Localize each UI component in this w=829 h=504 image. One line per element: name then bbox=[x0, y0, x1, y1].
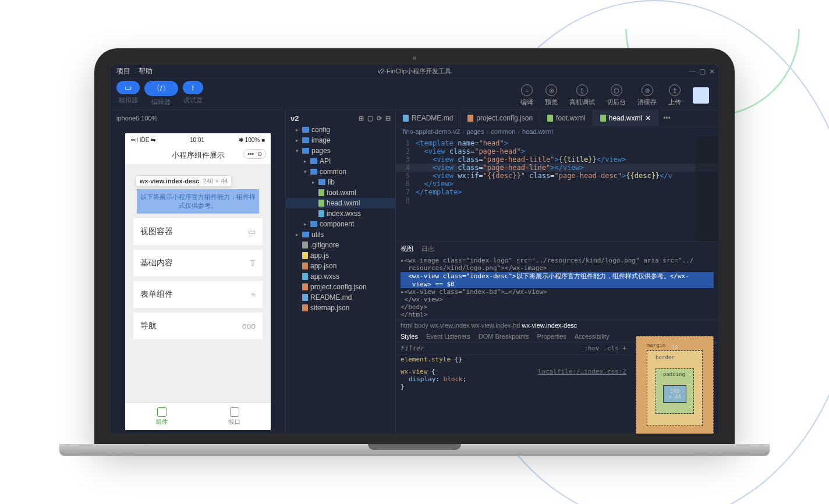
devtools-panel: 视图 日志 ▸<wx-image class="index-logo" src=… bbox=[396, 242, 718, 434]
status-time: 10:01 bbox=[190, 137, 204, 143]
close-tab-icon[interactable]: ✕ bbox=[645, 114, 651, 122]
maximize-icon[interactable]: ▢ bbox=[699, 68, 706, 76]
simulator-panel: iphone6 100% ••ıl IDE ⇆ 10:01 ✱ 100% ■ 小… bbox=[111, 110, 285, 434]
editor-tab[interactable]: foot.wxml bbox=[540, 110, 593, 126]
preview-icon[interactable]: ◎ bbox=[545, 84, 557, 96]
dom-breadcrumb-item[interactable]: wx-view.index bbox=[430, 322, 470, 329]
status-battery: ✱ 100% ■ bbox=[239, 137, 265, 143]
devtools-subtab[interactable]: Properties bbox=[537, 333, 566, 340]
folder-node[interactable]: ▾common bbox=[286, 166, 395, 177]
devtools-subtab[interactable]: Styles bbox=[401, 333, 418, 340]
menu-item[interactable]: 基础内容𝕋 bbox=[133, 250, 263, 276]
dom-inspector[interactable]: ▸<wx-image class="index-logo" src="../re… bbox=[396, 255, 718, 320]
refresh-icon[interactable]: ⟳ bbox=[377, 115, 382, 122]
menubar: 项目 帮助 v2-FinClip小程序开发工具 — ▢ ✕ bbox=[111, 65, 718, 79]
folder-node[interactable]: ▸lib bbox=[286, 177, 395, 187]
menu-project[interactable]: 项目 bbox=[116, 66, 130, 76]
box-model: margin10 border- padding- 240 × 44 - - bbox=[631, 343, 718, 434]
file-node[interactable]: .gitignore bbox=[286, 240, 395, 250]
menu-item[interactable]: 视图容器▭ bbox=[133, 218, 263, 245]
simulator-device-label: iphone6 100% bbox=[114, 113, 282, 126]
tabbar-component[interactable]: 组件 bbox=[125, 403, 198, 430]
folder-node[interactable]: ▸utils bbox=[286, 229, 395, 240]
file-node[interactable]: index.wxss bbox=[286, 208, 395, 219]
file-node[interactable]: sitemap.json bbox=[286, 303, 395, 313]
styles-filter[interactable]: Filter bbox=[401, 345, 424, 352]
avatar[interactable] bbox=[693, 87, 709, 104]
devtools-tab-view[interactable]: 视图 bbox=[401, 244, 413, 253]
folder-node[interactable]: ▸config bbox=[286, 125, 395, 135]
folder-node[interactable]: ▾pages bbox=[286, 145, 395, 156]
toolbar: ▭模拟器 〈/〉编辑器 ⫶调试器 ○编译 ◎预览 ▯真机调试 ▢切后台 ⊘清缓存… bbox=[111, 79, 718, 110]
new-file-icon[interactable]: ⊞ bbox=[359, 115, 364, 122]
tabs-more-icon[interactable]: ••• bbox=[658, 110, 675, 126]
devtools-tab-console[interactable]: 日志 bbox=[421, 244, 434, 253]
collapse-icon[interactable]: ⊟ bbox=[385, 115, 391, 122]
close-icon[interactable]: ✕ bbox=[709, 68, 715, 76]
highlighted-element: 以下将展示小程序官方组件能力，组件样式仅供参考。 bbox=[137, 189, 259, 214]
file-node[interactable]: app.js bbox=[286, 250, 395, 261]
inspect-tooltip: wx-view.index-desc 240 × 44 bbox=[136, 175, 232, 187]
status-carrier: ••ıl IDE ⇆ bbox=[131, 137, 155, 143]
window-title: v2-FinClip小程序开发工具 bbox=[378, 67, 452, 76]
editor-tabs: README.mdproject.config.jsonfoot.wxmlhea… bbox=[396, 110, 718, 126]
dom-breadcrumb-item[interactable]: wx-view.index-desc bbox=[522, 322, 578, 329]
breadcrumb-segment[interactable]: fino-applet-demo-v2 bbox=[403, 128, 460, 135]
folder-node[interactable]: ▸component bbox=[286, 219, 395, 229]
editor-tab[interactable]: README.md bbox=[396, 110, 460, 126]
folder-node[interactable]: ▸API bbox=[286, 156, 395, 166]
devtools-subtab[interactable]: Accessibility bbox=[575, 333, 610, 340]
file-node[interactable]: head.wxml bbox=[286, 198, 395, 208]
camera-dot bbox=[413, 56, 416, 60]
file-node[interactable]: foot.wxml bbox=[286, 187, 395, 198]
capsule-button[interactable]: •••⊙ bbox=[243, 149, 266, 159]
file-node[interactable]: project.config.json bbox=[286, 282, 395, 292]
breadcrumb: fino-applet-demo-v2›pages›common›head.wx… bbox=[396, 126, 718, 137]
app-title: 小程序组件展示 •••⊙ bbox=[125, 147, 271, 165]
simulator-phone[interactable]: ••ıl IDE ⇆ 10:01 ✱ 100% ■ 小程序组件展示 •••⊙ w… bbox=[125, 133, 271, 430]
background-icon[interactable]: ▢ bbox=[611, 84, 622, 96]
breadcrumb-segment[interactable]: head.wxml bbox=[522, 128, 553, 135]
dom-breadcrumb: html body wx-view.index wx-view.index-hd… bbox=[396, 320, 718, 331]
minimap[interactable] bbox=[695, 137, 718, 242]
dom-breadcrumb-item[interactable]: body bbox=[414, 322, 428, 329]
dom-breadcrumb-item[interactable]: wx-view.index-hd bbox=[472, 322, 520, 329]
styles-pane[interactable]: Filter :hov .cls + element.style {}</spa… bbox=[396, 343, 631, 434]
breadcrumb-segment[interactable]: pages bbox=[467, 128, 484, 135]
menu-item[interactable]: 表单组件≡ bbox=[133, 281, 263, 308]
file-node[interactable]: app.json bbox=[286, 261, 395, 271]
dom-breadcrumb-item[interactable]: html bbox=[401, 322, 413, 329]
remote-debug-icon[interactable]: ▯ bbox=[576, 84, 588, 96]
laptop-frame: 项目 帮助 v2-FinClip小程序开发工具 — ▢ ✕ ▭模拟器 〈/〉编辑… bbox=[94, 48, 735, 456]
devtools-subtab[interactable]: Event Listeners bbox=[426, 333, 470, 340]
project-root[interactable]: v2 bbox=[290, 114, 299, 123]
menu-help[interactable]: 帮助 bbox=[139, 66, 153, 76]
editor-tab[interactable]: project.config.json bbox=[460, 110, 540, 126]
upload-icon[interactable]: ↥ bbox=[669, 84, 681, 96]
styles-toggles[interactable]: :hov .cls + bbox=[584, 345, 626, 352]
file-node[interactable]: README.md bbox=[286, 292, 395, 303]
file-explorer: v2 ⊞ ▢ ⟳ ⊟ ▸config▸image▾pages▸API▾commo… bbox=[285, 110, 396, 434]
minimize-icon[interactable]: — bbox=[689, 68, 696, 76]
mode-debugger[interactable]: ⫶ bbox=[183, 81, 203, 94]
new-folder-icon[interactable]: ▢ bbox=[367, 115, 373, 122]
file-node[interactable]: app.wxss bbox=[286, 271, 395, 282]
ide-window: 项目 帮助 v2-FinClip小程序开发工具 — ▢ ✕ ▭模拟器 〈/〉编辑… bbox=[111, 65, 718, 434]
code-editor[interactable]: 1<template name="head">2 <view class="pa… bbox=[396, 137, 718, 207]
breadcrumb-segment[interactable]: common bbox=[491, 128, 515, 135]
compile-icon[interactable]: ○ bbox=[521, 84, 533, 96]
mode-editor[interactable]: 〈/〉 bbox=[144, 81, 178, 96]
tabbar-api[interactable]: 接口 bbox=[198, 403, 271, 430]
cache-icon[interactable]: ⊘ bbox=[642, 84, 653, 96]
menu-item[interactable]: 导航ooo bbox=[133, 313, 263, 339]
devtools-subtab[interactable]: DOM Breakpoints bbox=[479, 333, 529, 340]
mode-simulator[interactable]: ▭ bbox=[116, 81, 140, 94]
folder-node[interactable]: ▸image bbox=[286, 135, 395, 145]
editor-tab[interactable]: head.wxml✕ bbox=[593, 110, 658, 126]
